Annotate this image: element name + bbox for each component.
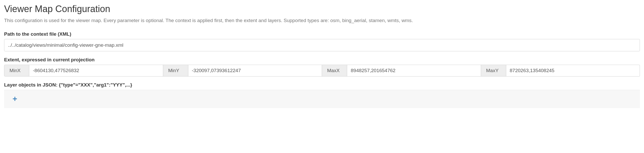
page-description: This configuration is used for the viewe… <box>4 17 640 24</box>
extent-row: MinX MinY MaxX MaxY <box>4 65 640 76</box>
add-layer-button[interactable] <box>12 96 17 101</box>
extent-maxx-input[interactable] <box>347 65 481 76</box>
extent-minx-input[interactable] <box>29 65 163 76</box>
extent-miny-label: MinY <box>163 65 188 76</box>
layer-objects-label: Layer objects in JSON: {"type"="XXX","ar… <box>4 82 640 88</box>
context-file-label: Path to the context file (XML) <box>4 31 640 37</box>
extent-label: Extent, expressed in current projection <box>4 57 640 63</box>
plus-icon <box>13 97 17 101</box>
extent-maxx-label: MaxX <box>322 65 347 76</box>
extent-miny-input[interactable] <box>188 65 322 76</box>
extent-maxy-input[interactable] <box>506 65 640 76</box>
page-title: Viewer Map Configuration <box>4 3 640 15</box>
extent-maxy-label: MaxY <box>481 65 506 76</box>
context-file-input[interactable] <box>4 39 640 52</box>
svg-rect-1 <box>13 99 17 99</box>
extent-minx-label: MinX <box>4 65 29 76</box>
layer-objects-box <box>4 90 640 108</box>
